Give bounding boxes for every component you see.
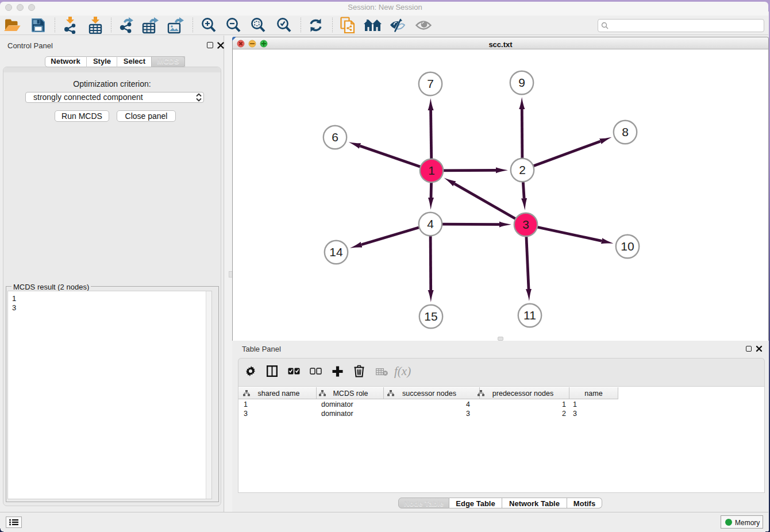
svg-text:8: 8 [622,125,629,138]
svg-text:4: 4 [427,217,434,230]
svg-text:2: 2 [519,163,526,176]
svg-text:14: 14 [329,245,343,259]
svg-text:11: 11 [523,309,536,322]
svg-text:10: 10 [621,240,634,253]
svg-text:6: 6 [332,130,338,144]
svg-text:3: 3 [522,218,529,231]
svg-text:15: 15 [424,310,437,323]
svg-text:7: 7 [427,77,434,90]
svg-text:1: 1 [428,164,435,177]
svg-text:9: 9 [518,76,525,89]
